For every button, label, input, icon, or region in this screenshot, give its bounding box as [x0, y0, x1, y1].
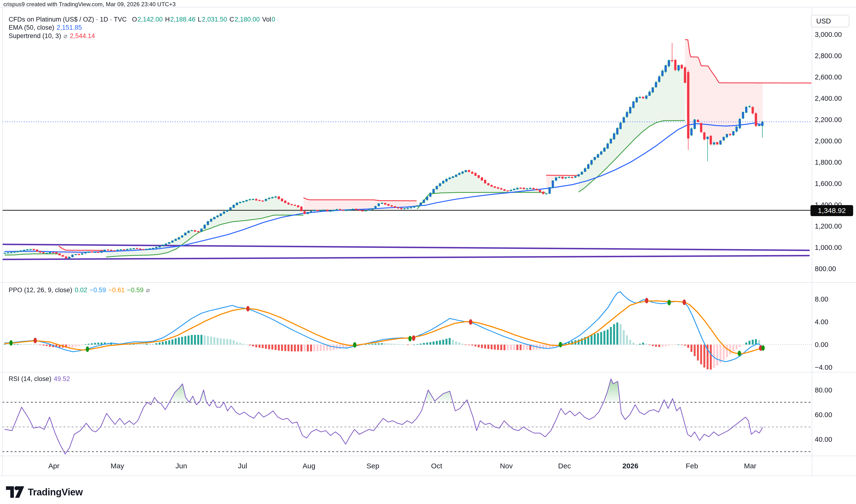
- close-value: 2,180.00: [234, 16, 260, 23]
- ppo-tick-label: 8.00: [815, 295, 828, 303]
- time-axis-label: Jun: [176, 462, 187, 470]
- snapshot-credit: crispus9 created with TradingView.com, M…: [3, 1, 176, 8]
- ema-legend-row[interactable]: EMA (50, close)2,151.85: [8, 24, 84, 31]
- supertrend-value: 2,544.14: [70, 32, 95, 39]
- rsi-tick-label: 40.00: [815, 435, 832, 444]
- price-tick-label: 2,600.00: [815, 73, 842, 81]
- time-axis-label: Nov: [500, 462, 512, 470]
- time-axis-label: Oct: [431, 462, 442, 470]
- chart-canvas[interactable]: [0, 0, 856, 504]
- ppo-signal-value: −0.61: [108, 286, 125, 294]
- ppo-cross-value: −0.59: [127, 286, 143, 294]
- supertrend-legend-row[interactable]: Supertrend (10, 3)⌀2,544.14: [8, 32, 98, 40]
- tradingview-logo-text: TradingView: [28, 487, 83, 498]
- price-level-badge: 1,348.92: [810, 205, 853, 216]
- ppo-legend-row[interactable]: PPO (12, 26, 9, close)0.02−0.59−0.61−0.5…: [8, 286, 152, 294]
- ppo-line-value: −0.59: [90, 286, 106, 294]
- close-label: C: [229, 16, 234, 23]
- symbol-legend-row[interactable]: CFDs on Platinum (US$ / OZ) · 1D · TVCO2…: [8, 16, 278, 23]
- time-axis-label: May: [111, 462, 124, 470]
- tradingview-snapshot: { "header": {"credit": "crispus9 created…: [0, 0, 856, 504]
- open-label: O: [132, 16, 137, 23]
- high-value: 2,188.46: [170, 16, 195, 23]
- ppo-dash-icon: ⌀: [146, 286, 150, 294]
- rsi-legend-row[interactable]: RSI (14, close)49.52: [8, 375, 72, 383]
- price-tick-label: 2,400.00: [815, 94, 842, 103]
- currency-button[interactable]: USD: [811, 15, 849, 27]
- time-axis-label: Jul: [238, 462, 247, 470]
- price-tick-label: 2,000.00: [815, 137, 842, 145]
- time-axis-label: Mar: [744, 462, 756, 470]
- ppo-tick-label: −4.00: [815, 363, 832, 372]
- low-value: 2,031.50: [202, 16, 227, 23]
- volume-value: 0: [272, 16, 275, 23]
- volume-label: Vol: [262, 16, 272, 23]
- ppo-label: PPO (12, 26, 9, close): [8, 286, 72, 294]
- rsi-tick-label: 60.00: [815, 411, 832, 419]
- open-value: 2,142.00: [138, 16, 163, 23]
- price-tick-label: 2,200.00: [815, 116, 842, 124]
- time-axis-label: Dec: [558, 462, 571, 470]
- ppo-hist-value: 0.02: [75, 286, 87, 294]
- price-tick-label: 1,000.00: [815, 244, 842, 252]
- low-label: L: [198, 16, 202, 23]
- time-axis-label: Aug: [302, 462, 315, 470]
- time-axis-label: 2026: [623, 462, 639, 470]
- symbol-title: CFDs on Platinum (US$ / OZ) · 1D · TVC: [8, 16, 127, 23]
- high-label: H: [165, 16, 170, 23]
- ema-label: EMA (50, close): [8, 24, 54, 31]
- time-axis-label: Feb: [686, 462, 698, 470]
- ema-value: 2,151.85: [57, 24, 82, 31]
- price-tick-label: 800.00: [815, 265, 836, 273]
- rsi-value: 49.52: [54, 375, 70, 382]
- price-tick-label: 2,800.00: [815, 52, 842, 60]
- supertrend-dash-icon: ⌀: [64, 32, 67, 39]
- rsi-label: RSI (14, close): [8, 375, 52, 382]
- tradingview-logo[interactable]: TradingView: [6, 485, 83, 499]
- tradingview-mark-icon: [6, 485, 24, 499]
- price-tick-label: 1,200.00: [815, 222, 842, 230]
- supertrend-label: Supertrend (10, 3): [8, 32, 61, 39]
- rsi-tick-label: 80.00: [815, 386, 832, 394]
- ppo-tick-label: 0.00: [815, 341, 828, 349]
- ppo-tick-label: 4.00: [815, 318, 828, 326]
- price-tick-label: 3,000.00: [815, 31, 842, 38]
- price-tick-label: 1,600.00: [815, 180, 842, 187]
- price-tick-label: 1,800.00: [815, 158, 842, 166]
- time-axis-label: Sep: [366, 462, 379, 470]
- time-axis-label: Apr: [48, 462, 59, 470]
